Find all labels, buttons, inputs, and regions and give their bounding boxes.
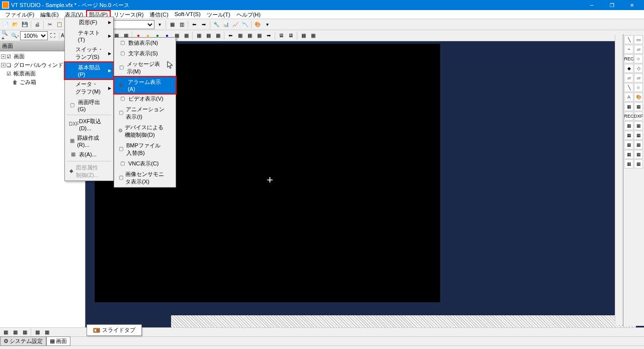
save-button[interactable]: 💾 — [20, 20, 29, 29]
tb2-btn-13[interactable]: ▦ — [182, 31, 191, 40]
dd1-item-5[interactable]: ▢画面呼出(G) — [65, 97, 113, 114]
right-tool-21[interactable]: ▦ — [634, 131, 643, 140]
right-tool-8[interactable]: ▱ — [624, 73, 633, 82]
zoom-select[interactable]: 100% — [20, 31, 48, 40]
bt-btn-3[interactable]: ▦ — [20, 328, 29, 337]
right-tool-10[interactable]: ╲ — [624, 83, 633, 92]
bt-btn-1[interactable]: ▦ — [1, 328, 10, 337]
zoom-out-button[interactable]: 🔍- — [11, 31, 20, 40]
zoom-in-button[interactable]: 🔍+ — [1, 31, 10, 40]
dd1-item-11[interactable]: ◆図形属性制御(Z)... — [65, 162, 113, 181]
tb-btn-8[interactable]: 📈 — [231, 20, 240, 29]
tb2-btn-18[interactable]: ▦ — [235, 31, 245, 40]
tb2-btn-25[interactable]: ▦ — [308, 31, 317, 40]
dd1-item-0[interactable]: 図形(F) — [65, 17, 113, 28]
maximize-button[interactable]: ❐ — [602, 0, 622, 10]
vertical-scrollbar[interactable] — [615, 34, 623, 325]
dd1-item-7[interactable]: DXFDXF取込(D)... — [65, 116, 113, 133]
right-tool-9[interactable]: ▱ — [634, 73, 643, 82]
menu-0[interactable]: ファイル(F) — [2, 10, 37, 19]
copy-button[interactable]: 📋 — [55, 20, 64, 29]
new-button[interactable]: 📄 — [1, 20, 10, 29]
slide-tab[interactable]: スライドタブ — [87, 324, 142, 336]
right-tool-25[interactable]: ▦ — [634, 150, 643, 159]
dd1-item-4[interactable]: メータ・グラフ(M) — [65, 79, 113, 97]
tb-btn-2[interactable]: ▦ — [168, 20, 177, 29]
tb-btn-4[interactable]: ⬅ — [190, 20, 199, 29]
right-tool-22[interactable]: ▦ — [624, 140, 633, 149]
tb-btn-1[interactable]: ▾ — [155, 20, 164, 29]
tb-btn-6[interactable]: 🔧 — [212, 20, 221, 29]
dd2-item-3[interactable]: ▶アラーム表示(A) — [114, 77, 176, 94]
right-tool-16[interactable]: REC — [624, 112, 633, 121]
dd2-item-4[interactable]: ▢ビデオ表示(V) — [114, 94, 176, 104]
right-tool-7[interactable]: ◇ — [634, 64, 643, 73]
tb2-btn-16[interactable]: ▦ — [213, 31, 222, 40]
minimize-button[interactable]: ─ — [582, 0, 602, 10]
print-button[interactable]: 🖨 — [33, 20, 42, 29]
dd2-item-1[interactable]: ▢文字表示(S) — [114, 48, 176, 59]
menu-8[interactable]: ヘルプ(H) — [233, 10, 264, 19]
bt-btn-4[interactable]: ▦ — [33, 328, 42, 337]
right-tool-15[interactable]: ▦ — [634, 102, 643, 111]
bt-btn-2[interactable]: ▦ — [11, 328, 20, 337]
tab-screen[interactable]: ▦画面 — [46, 336, 70, 346]
right-tool-26[interactable]: ▦ — [624, 159, 633, 168]
dd2-item-6[interactable]: ⚙デバイスによる機能制御(D) — [114, 122, 176, 140]
tb2-btn-15[interactable]: ▦ — [204, 31, 213, 40]
tab-system-settings[interactable]: ⚙システム設定 — [0, 336, 46, 346]
open-button[interactable]: 📂 — [11, 20, 20, 29]
right-tool-0[interactable]: ╲ — [624, 35, 633, 44]
right-tool-17[interactable]: DXF — [634, 112, 643, 121]
right-tool-3[interactable]: ▱ — [634, 45, 643, 54]
right-tool-6[interactable]: ◆ — [624, 64, 633, 73]
menu-4[interactable]: リソース(R) — [111, 10, 146, 19]
dd1-item-8[interactable]: ▦罫線作成(R)... — [65, 133, 113, 149]
right-tool-18[interactable]: ▦ — [624, 121, 633, 130]
right-tool-11[interactable]: ○ — [634, 83, 643, 92]
dd2-item-7[interactable]: ▢BMPファイル入替(B) — [114, 140, 176, 158]
tb2-btn-19[interactable]: ▦ — [245, 31, 254, 40]
right-tool-20[interactable]: ▦ — [624, 131, 633, 140]
tb2-btn-17[interactable]: ⬅ — [226, 31, 235, 40]
tb-btn-3[interactable]: ▥ — [177, 20, 186, 29]
tb-btn-11[interactable]: ▾ — [263, 20, 272, 29]
dd2-item-9[interactable]: ▢画像センサモニタ表示(X) — [114, 169, 176, 187]
close-button[interactable]: ✕ — [622, 0, 642, 10]
menu-7[interactable]: ツール(T) — [204, 10, 233, 19]
menu-1[interactable]: 編集(E) — [37, 10, 62, 19]
dd2-item-2[interactable]: ▢メッセージ表示(M) — [114, 59, 176, 77]
right-tool-12[interactable]: A — [624, 93, 633, 102]
dd2-item-5[interactable]: ▢アニメーション表示(I) — [114, 104, 176, 122]
menu-6[interactable]: Soft-VT(S) — [172, 10, 204, 19]
right-tool-24[interactable]: ▦ — [624, 150, 633, 159]
right-tool-4[interactable]: REC — [624, 54, 633, 63]
tb-btn-10[interactable]: 🎨 — [253, 20, 262, 29]
tb-btn-9[interactable]: 📉 — [240, 20, 250, 29]
dd1-item-3[interactable]: 基本部品(P) — [65, 62, 113, 79]
tb2-btn-21[interactable]: ➡ — [264, 31, 273, 40]
right-tool-19[interactable]: ▦ — [634, 121, 643, 130]
menu-5[interactable]: 通信(C) — [146, 10, 171, 19]
dd1-item-1[interactable]: テキスト(T) — [65, 28, 113, 44]
tb-btn-5[interactable]: ➡ — [199, 20, 208, 29]
right-tool-23[interactable]: ▦ — [634, 140, 643, 149]
tb2-btn-20[interactable]: ▦ — [255, 31, 264, 40]
right-tool-27[interactable]: ▦ — [634, 159, 643, 168]
dd1-item-9[interactable]: ▦表(A)... — [65, 149, 113, 160]
right-tool-13[interactable]: 🎨 — [634, 93, 643, 102]
zoom-fit-button[interactable]: ⛶ — [48, 31, 57, 40]
dd1-item-2[interactable]: スイッチ・ランプ(S) — [65, 44, 113, 62]
tb2-btn-23[interactable]: 🖥 — [286, 31, 295, 40]
bt-btn-5[interactable]: ▦ — [42, 328, 51, 337]
right-tool-14[interactable]: ▦ — [624, 102, 633, 111]
right-tool-2[interactable]: ~ — [624, 45, 633, 54]
tb2-btn-14[interactable]: ▦ — [194, 31, 203, 40]
tb-btn-7[interactable]: 📊 — [221, 20, 230, 29]
dd2-item-0[interactable]: ▢数値表示(N) — [114, 38, 176, 48]
right-tool-5[interactable]: ○ — [634, 54, 643, 63]
right-tool-1[interactable]: ▭ — [634, 35, 643, 44]
cut-button[interactable]: ✂ — [45, 20, 54, 29]
tb2-btn-24[interactable]: ▦ — [299, 31, 308, 40]
dd2-item-8[interactable]: ▢VNC表示(C) — [114, 158, 176, 169]
